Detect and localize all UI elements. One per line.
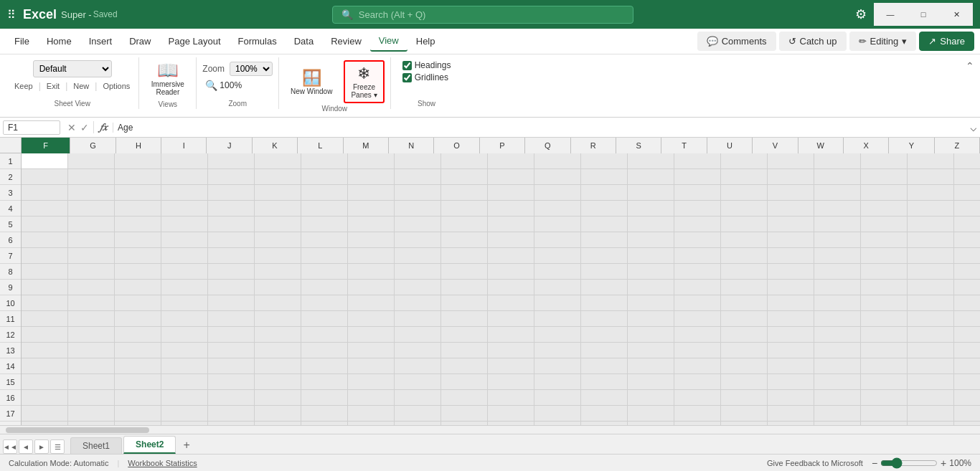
cell[interactable] — [115, 422, 161, 425]
cell[interactable] — [721, 280, 768, 295]
cell[interactable] — [441, 280, 488, 295]
cell[interactable] — [861, 185, 908, 201]
cell[interactable] — [861, 169, 908, 185]
cell[interactable] — [721, 374, 768, 390]
ribbon-expand[interactable]: ⌃ — [966, 57, 974, 72]
cell[interactable] — [768, 374, 814, 390]
cell[interactable] — [768, 406, 814, 422]
cell[interactable] — [908, 343, 954, 358]
cell[interactable] — [208, 295, 255, 311]
cell[interactable] — [861, 295, 908, 311]
cell[interactable] — [68, 280, 115, 295]
cell[interactable] — [814, 280, 861, 295]
cell[interactable] — [208, 358, 255, 374]
cell[interactable] — [255, 406, 301, 422]
search-box[interactable]: 🔍 Search (Alt + Q) — [332, 6, 633, 24]
cell[interactable] — [22, 422, 68, 425]
cell[interactable] — [255, 232, 301, 248]
cell[interactable] — [721, 343, 768, 358]
cell[interactable] — [68, 248, 115, 264]
cell[interactable] — [68, 153, 115, 169]
cell[interactable] — [488, 343, 534, 358]
cell[interactable] — [115, 232, 161, 248]
cell[interactable] — [68, 374, 115, 390]
cell[interactable] — [68, 358, 115, 374]
cell[interactable] — [861, 374, 908, 390]
cell[interactable] — [908, 201, 954, 217]
cell[interactable] — [768, 185, 814, 201]
maximize-button[interactable]: □ — [907, 3, 940, 26]
cell[interactable] — [161, 358, 208, 374]
cell[interactable] — [208, 374, 255, 390]
cell[interactable] — [534, 327, 581, 343]
col-header-N[interactable]: N — [389, 138, 434, 153]
cell[interactable] — [161, 295, 208, 311]
cell[interactable] — [814, 422, 861, 425]
cell[interactable] — [301, 390, 348, 406]
cell[interactable] — [581, 390, 628, 406]
cell[interactable] — [115, 295, 161, 311]
cell[interactable] — [721, 327, 768, 343]
cell[interactable] — [908, 422, 954, 425]
cell[interactable] — [908, 311, 954, 327]
col-header-X[interactable]: X — [844, 138, 889, 153]
cell[interactable] — [488, 422, 534, 425]
cell[interactable] — [115, 374, 161, 390]
cell[interactable] — [628, 232, 674, 248]
cell[interactable] — [674, 343, 721, 358]
cell[interactable] — [954, 406, 980, 422]
cell[interactable] — [301, 422, 348, 425]
cell[interactable] — [395, 248, 441, 264]
catchup-button[interactable]: ↺ Catch up — [779, 32, 847, 51]
cell[interactable] — [814, 217, 861, 232]
cell[interactable] — [115, 390, 161, 406]
zoom-minus-button[interactable]: − — [872, 457, 877, 469]
cell[interactable] — [814, 327, 861, 343]
cell[interactable] — [628, 295, 674, 311]
cell[interactable] — [208, 153, 255, 169]
cell[interactable] — [395, 201, 441, 217]
cell[interactable] — [161, 374, 208, 390]
cell[interactable] — [581, 217, 628, 232]
cell[interactable] — [861, 264, 908, 280]
cell[interactable] — [348, 280, 395, 295]
cell[interactable] — [674, 327, 721, 343]
cell[interactable] — [581, 169, 628, 185]
cell[interactable] — [488, 185, 534, 201]
cell[interactable] — [301, 280, 348, 295]
cell[interactable] — [488, 264, 534, 280]
cell[interactable] — [441, 390, 488, 406]
row-num-12[interactable]: 12 — [0, 327, 21, 343]
cell[interactable] — [161, 201, 208, 217]
cell[interactable] — [68, 406, 115, 422]
add-sheet-button[interactable]: + — [177, 437, 195, 454]
cell[interactable] — [22, 280, 68, 295]
menu-item-home[interactable]: Home — [38, 32, 80, 51]
cell[interactable] — [814, 390, 861, 406]
cell[interactable] — [348, 295, 395, 311]
cell[interactable] — [208, 422, 255, 425]
cell[interactable] — [628, 390, 674, 406]
cell[interactable] — [954, 327, 980, 343]
row-num-2[interactable]: 2 — [0, 169, 21, 185]
new-window-button[interactable]: 🪟 New Window — [285, 60, 338, 103]
cell[interactable] — [721, 390, 768, 406]
cell[interactable] — [581, 185, 628, 201]
h-scrollbar-thumb[interactable] — [6, 427, 149, 433]
cell[interactable] — [908, 232, 954, 248]
cell[interactable] — [814, 311, 861, 327]
cell[interactable] — [954, 390, 980, 406]
cell[interactable] — [68, 169, 115, 185]
cell[interactable] — [628, 217, 674, 232]
cell[interactable] — [115, 406, 161, 422]
cell[interactable] — [395, 327, 441, 343]
cell[interactable] — [255, 217, 301, 232]
cell[interactable] — [534, 343, 581, 358]
cell[interactable] — [348, 343, 395, 358]
cell[interactable] — [814, 169, 861, 185]
cell[interactable] — [954, 343, 980, 358]
cell[interactable] — [301, 358, 348, 374]
cell[interactable] — [861, 343, 908, 358]
cell[interactable] — [908, 390, 954, 406]
row-num-9[interactable]: 9 — [0, 280, 21, 295]
